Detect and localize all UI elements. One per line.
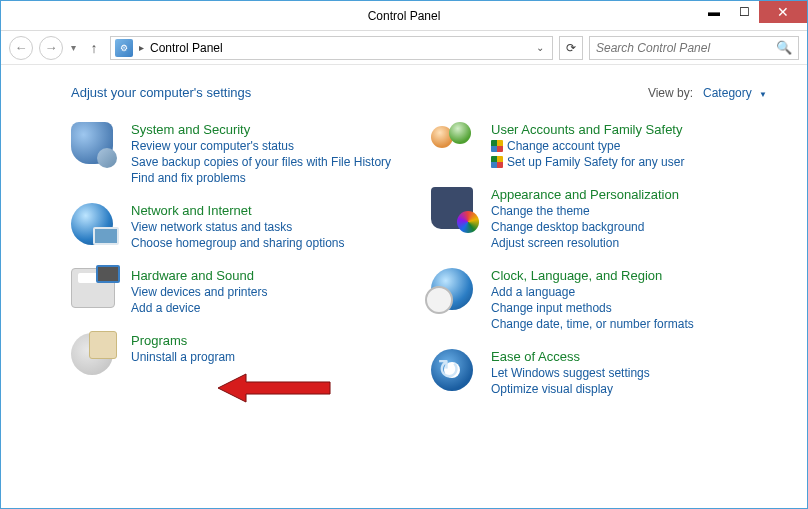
view-by: View by: Category ▼ [648, 86, 767, 100]
category-link[interactable]: Add a device [131, 301, 268, 315]
breadcrumb-sep-icon: ▸ [139, 42, 144, 53]
window-buttons: ▬ ☐ ✕ [699, 1, 807, 23]
clock-icon [431, 268, 477, 314]
category-title[interactable]: Network and Internet [131, 203, 344, 218]
category-title[interactable]: Appearance and Personalization [491, 187, 679, 202]
category-title[interactable]: System and Security [131, 122, 391, 137]
system-security-icon [71, 122, 117, 168]
category-title[interactable]: Ease of Access [491, 349, 650, 364]
refresh-button[interactable]: ⟳ [559, 36, 583, 60]
category-appearance: Appearance and Personalization Change th… [431, 187, 767, 250]
category-link[interactable]: View devices and printers [131, 285, 268, 299]
view-by-selector[interactable]: Category ▼ [703, 86, 767, 100]
category-link[interactable]: Save backup copies of your files with Fi… [131, 155, 391, 169]
up-button[interactable]: ↑ [84, 38, 104, 58]
address-bar[interactable]: ⚙ ▸ Control Panel ⌄ [110, 36, 553, 60]
category-link[interactable]: Change account type [491, 139, 684, 153]
category-title[interactable]: User Accounts and Family Safety [491, 122, 684, 137]
category-users: User Accounts and Family Safety Change a… [431, 122, 767, 169]
back-button[interactable]: ← [9, 36, 33, 60]
category-columns: System and Security Review your computer… [71, 122, 767, 396]
category-programs: Programs Uninstall a program [71, 333, 407, 379]
right-column: User Accounts and Family Safety Change a… [431, 122, 767, 396]
category-link[interactable]: Add a language [491, 285, 694, 299]
top-line: Adjust your computer's settings View by:… [71, 85, 767, 100]
minimize-button[interactable]: ▬ [699, 1, 729, 23]
search-box[interactable]: 🔍 [589, 36, 799, 60]
close-button[interactable]: ✕ [759, 1, 807, 23]
category-ease: Ease of Access Let Windows suggest setti… [431, 349, 767, 396]
category-system-security: System and Security Review your computer… [71, 122, 407, 185]
titlebar: Control Panel ▬ ☐ ✕ [1, 1, 807, 31]
category-link[interactable]: Review your computer's status [131, 139, 391, 153]
breadcrumb-location[interactable]: Control Panel [150, 41, 223, 55]
category-hardware: Hardware and Sound View devices and prin… [71, 268, 407, 315]
ease-of-access-icon [431, 349, 477, 395]
chevron-down-icon: ▼ [759, 90, 767, 99]
programs-icon [71, 333, 117, 379]
users-icon [431, 122, 477, 168]
category-link[interactable]: Choose homegroup and sharing options [131, 236, 344, 250]
category-title[interactable]: Programs [131, 333, 235, 348]
forward-button[interactable]: → [39, 36, 63, 60]
search-input[interactable] [596, 41, 776, 55]
category-link[interactable]: Optimize visual display [491, 382, 650, 396]
network-icon [71, 203, 117, 249]
category-title[interactable]: Hardware and Sound [131, 268, 268, 283]
navbar: ← → ▾ ↑ ⚙ ▸ Control Panel ⌄ ⟳ 🔍 [1, 31, 807, 65]
maximize-button[interactable]: ☐ [729, 1, 759, 23]
left-column: System and Security Review your computer… [71, 122, 407, 396]
category-link[interactable]: Find and fix problems [131, 171, 391, 185]
recent-locations[interactable]: ▾ [69, 42, 78, 53]
view-by-label: View by: [648, 86, 693, 100]
window-title: Control Panel [1, 9, 807, 23]
address-dropdown-icon[interactable]: ⌄ [532, 42, 548, 53]
hardware-icon [71, 268, 117, 314]
category-link[interactable]: Uninstall a program [131, 350, 235, 364]
category-link[interactable]: Change desktop background [491, 220, 679, 234]
appearance-icon [431, 187, 477, 233]
shield-icon [491, 140, 503, 152]
control-panel-icon: ⚙ [115, 39, 133, 57]
view-by-value: Category [703, 86, 752, 100]
shield-icon [491, 156, 503, 168]
category-network: Network and Internet View network status… [71, 203, 407, 250]
search-icon[interactable]: 🔍 [776, 40, 792, 55]
category-link[interactable]: Change input methods [491, 301, 694, 315]
content-area: Adjust your computer's settings View by:… [1, 65, 807, 416]
category-link[interactable]: Change date, time, or number formats [491, 317, 694, 331]
category-title[interactable]: Clock, Language, and Region [491, 268, 694, 283]
category-link[interactable]: Let Windows suggest settings [491, 366, 650, 380]
category-link[interactable]: Change the theme [491, 204, 679, 218]
category-link[interactable]: Adjust screen resolution [491, 236, 679, 250]
page-heading: Adjust your computer's settings [71, 85, 251, 100]
category-link[interactable]: View network status and tasks [131, 220, 344, 234]
category-link[interactable]: Set up Family Safety for any user [491, 155, 684, 169]
category-clock: Clock, Language, and Region Add a langua… [431, 268, 767, 331]
